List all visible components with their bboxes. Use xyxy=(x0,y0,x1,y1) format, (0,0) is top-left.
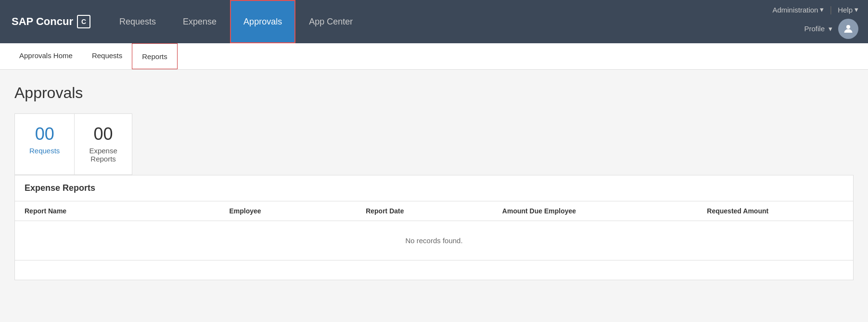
requests-label: Requests xyxy=(29,147,60,155)
table-empty-message: No records found. xyxy=(15,221,853,260)
nav-right-section: Administration ▾ | Help ▾ Profile ▾ xyxy=(763,0,868,43)
col-report-date: Report Date xyxy=(366,207,502,215)
help-link[interactable]: Help ▾ xyxy=(838,5,858,14)
nav-top-row: Administration ▾ | Help ▾ xyxy=(772,5,858,15)
table-footer xyxy=(15,260,853,280)
col-employee: Employee xyxy=(230,207,366,215)
nav-item-approvals[interactable]: Approvals xyxy=(230,0,295,43)
nav-item-app-center[interactable]: App Center xyxy=(295,0,366,43)
nav-separator: | xyxy=(830,5,832,15)
expense-reports-table: Expense Reports Report Name Employee Rep… xyxy=(14,175,854,280)
nav-item-requests[interactable]: Requests xyxy=(106,0,169,43)
table-columns-header: Report Name Employee Report Date Amount … xyxy=(15,201,853,221)
stat-card-expense-reports[interactable]: 00 Expense Reports xyxy=(75,114,131,174)
sub-nav-item-reports[interactable]: Reports xyxy=(132,43,178,69)
brand-name: SAP Concur xyxy=(12,15,73,28)
admin-dropdown-arrow: ▾ xyxy=(820,5,824,14)
requests-count: 00 xyxy=(29,125,60,143)
main-content: Approvals 00 Requests 00 Expense Reports xyxy=(0,70,868,310)
logo-area: SAP Concur C xyxy=(0,0,106,43)
page-title: Approvals xyxy=(14,84,854,102)
nav-bottom-row: Profile ▾ xyxy=(772,19,858,39)
brand-icon: C xyxy=(77,15,90,28)
administration-link[interactable]: Administration ▾ xyxy=(772,5,824,14)
top-navigation: SAP Concur C Requests Expense Approvals … xyxy=(0,0,868,43)
table-title: Expense Reports xyxy=(15,175,853,201)
expense-reports-count: 00 xyxy=(89,125,117,143)
col-amount-due-employee: Amount Due Employee xyxy=(502,207,707,215)
nav-item-expense[interactable]: Expense xyxy=(169,0,230,43)
profile-link[interactable]: Profile ▾ xyxy=(804,25,832,33)
avatar[interactable] xyxy=(838,19,858,39)
sub-nav-item-requests[interactable]: Requests xyxy=(82,43,132,69)
sub-nav-item-approvals-home: Approvals Home xyxy=(10,44,82,69)
help-dropdown-arrow: ▾ xyxy=(855,5,858,14)
stat-card-requests[interactable]: 00 Requests xyxy=(15,114,75,174)
profile-dropdown-arrow: ▾ xyxy=(829,25,832,33)
stats-and-table: 00 Requests 00 Expense Reports Expense R… xyxy=(14,113,854,280)
expense-reports-label: Expense Reports xyxy=(89,147,117,163)
col-report-name: Report Name xyxy=(25,207,230,215)
sub-navigation: Approvals Home Requests Reports xyxy=(0,43,868,70)
stats-row: 00 Requests 00 Expense Reports xyxy=(14,113,854,175)
stats-container: 00 Requests 00 Expense Reports xyxy=(14,113,132,175)
nav-items: Requests Expense Approvals App Center xyxy=(106,0,763,43)
svg-point-0 xyxy=(846,25,850,29)
col-requested-amount: Requested Amount xyxy=(707,207,843,215)
